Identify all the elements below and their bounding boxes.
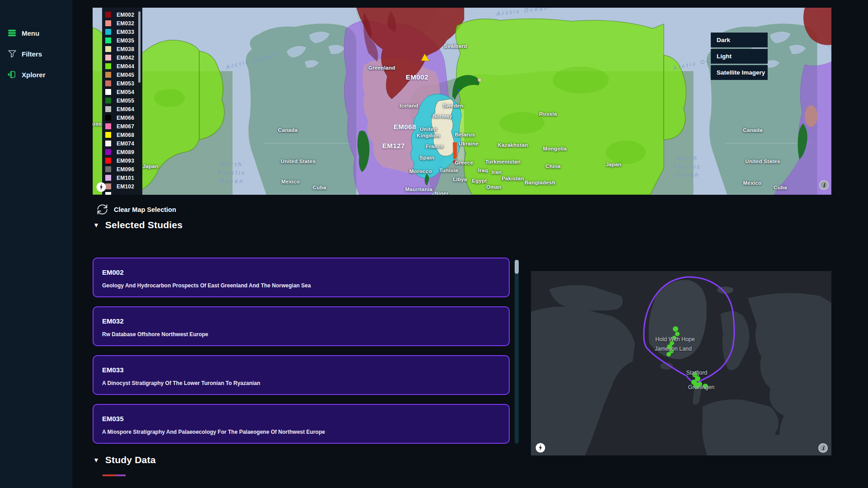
legend-item-em055[interactable]: EM055 (102, 96, 142, 105)
selected-studies-list: EM002 Geology And Hydrocarbon Prospects … (93, 258, 510, 444)
legend-item-em102[interactable]: EM102 (102, 182, 142, 191)
legend-item-em089[interactable]: EM089 (102, 148, 142, 156)
legend-swatch (105, 192, 111, 195)
collapse-triangle-icon: ▼ (93, 457, 99, 463)
selected-studies-header[interactable]: ▼ Selected Studies (93, 220, 183, 230)
selection-minimap[interactable]: Hold With HopeJameson LandStatfjordGroni… (531, 271, 831, 455)
study-card-em033[interactable]: EM033 A Dinocyst Stratigraphy Of The Low… (93, 355, 510, 395)
legend-code: EM101 (117, 175, 134, 181)
studies-scrollbar-thumb[interactable] (515, 260, 519, 274)
study-card-em032[interactable]: EM032 Rw Database Offshore Northwest Eur… (93, 306, 510, 346)
legend-swatch (105, 72, 111, 78)
info-icon[interactable]: i (818, 443, 828, 453)
legend-swatch (105, 166, 111, 172)
legend-swatch (105, 20, 111, 26)
legend-code: EM053 (117, 80, 134, 87)
map-style-dark[interactable]: Dark (711, 33, 768, 47)
legend-swatch (105, 63, 111, 69)
clear-map-selection-label: Clear Map Selection (114, 206, 176, 213)
legend-swatch (105, 80, 111, 86)
legend-swatch (105, 46, 111, 52)
legend-code: EM044 (117, 63, 134, 70)
legend-code: EM089 (117, 149, 134, 155)
legend-code: EM042 (117, 55, 134, 61)
study-card-code: EM002 (102, 268, 501, 276)
legend-swatch (105, 12, 111, 18)
legend-item-em054[interactable]: EM054 (102, 88, 142, 96)
study-card-code: EM033 (102, 366, 501, 374)
map-legend: EM002 EM032 EM033 EM035 EM038 EM042 (102, 8, 142, 195)
minimap-place-label: Groningen (688, 384, 714, 390)
minimap-place-label: Jameson Land (655, 346, 692, 352)
legend-swatch (105, 175, 111, 181)
legend-item-em038[interactable]: EM038 (102, 45, 142, 53)
legend-code: EM102 (117, 183, 134, 190)
legend-item-em067[interactable]: EM067 (102, 122, 142, 131)
legend-swatch (105, 132, 111, 138)
sidebar: Menu Filters Xplorer (0, 0, 72, 488)
legend-code: EM096 (117, 166, 134, 173)
legend-code: EM033 (117, 29, 134, 35)
legend-code: EM045 (117, 72, 134, 78)
legend-item-em064[interactable]: EM064 (102, 105, 142, 113)
locate-icon[interactable] (96, 182, 106, 192)
legend-code: EM066 (117, 115, 134, 121)
collapse-triangle-icon: ▼ (93, 222, 99, 228)
legend-swatch (105, 29, 111, 35)
legend-code: EM093 (117, 158, 134, 164)
legend-item-em096[interactable]: EM096 (102, 165, 142, 174)
legend-code: EM068 (117, 132, 134, 138)
map-style-satellite-imagery[interactable]: Satellite Imagery (711, 65, 768, 80)
map-style-light[interactable]: Light (711, 49, 768, 64)
info-icon[interactable]: i (819, 180, 829, 190)
sidebar-item-xplorer[interactable]: Xplorer (0, 64, 72, 85)
legend-item-em045[interactable]: EM045 (102, 70, 142, 79)
clipped-content-edge (103, 474, 126, 476)
studies-scrollbar[interactable] (515, 260, 519, 444)
sidebar-item-label: Filters (22, 50, 42, 58)
legend-swatch (105, 106, 111, 112)
legend-swatch (105, 38, 111, 43)
legend-code: EM002 (117, 12, 134, 18)
legend-item-em053[interactable]: EM053 (102, 79, 142, 88)
filter-icon (8, 49, 17, 58)
legend-item-em044[interactable]: EM044 (102, 62, 142, 70)
legend-swatch (105, 55, 111, 61)
legend-item-em074[interactable]: EM074 (102, 139, 142, 148)
legend-item-em032[interactable]: EM032 (102, 19, 142, 28)
study-card-em035[interactable]: EM035 A Miospore Stratigraphy And Palaeo… (93, 404, 510, 444)
legend-item-em042[interactable]: EM042 (102, 53, 142, 62)
legend-code: EM067 (117, 123, 134, 130)
legend-item-em066[interactable]: EM066 (102, 113, 142, 122)
study-card-code: EM032 (102, 317, 501, 325)
study-card-title: A Miospore Stratigraphy And Palaeoecolog… (102, 429, 501, 435)
study-card-title: A Dinocyst Stratigraphy Of The Lower Tur… (102, 380, 501, 386)
legend-item-em101[interactable]: EM101 (102, 174, 142, 182)
study-card-em002[interactable]: EM002 Geology And Hydrocarbon Prospects … (93, 258, 510, 297)
legend-item[interactable] (102, 191, 142, 195)
sidebar-item-label: Xplorer (22, 71, 46, 79)
world-map[interactable]: Arctic OceanArctic OceanArctic OceanNort… (93, 8, 831, 195)
legend-scrollbar[interactable] (138, 11, 141, 83)
legend-code: EM055 (117, 98, 134, 104)
xplorer-door-icon (8, 70, 17, 79)
study-card-title: Geology And Hydrocarbon Prospects Of Eas… (102, 282, 501, 289)
legend-swatch (105, 123, 111, 129)
legend-swatch (105, 149, 111, 155)
study-data-header[interactable]: ▼ Study Data (93, 455, 156, 465)
sidebar-item-filters[interactable]: Filters (0, 43, 72, 64)
section-title: Selected Studies (105, 220, 183, 230)
clear-map-selection-button[interactable]: Clear Map Selection (97, 204, 176, 215)
legend-swatch (105, 98, 111, 103)
locate-icon[interactable] (535, 443, 545, 453)
legend-item-em093[interactable]: EM093 (102, 156, 142, 165)
legend-item-em035[interactable]: EM035 (102, 36, 142, 45)
minimap-place-label: Statfjord (686, 370, 708, 376)
legend-swatch (105, 89, 111, 95)
sidebar-item-menu[interactable]: Menu (0, 23, 72, 43)
legend-item-em033[interactable]: EM033 (102, 28, 142, 36)
legend-code: EM064 (117, 106, 134, 113)
legend-item-em002[interactable]: EM002 (102, 10, 142, 19)
legend-code: EM038 (117, 46, 134, 52)
legend-item-em068[interactable]: EM068 (102, 131, 142, 139)
